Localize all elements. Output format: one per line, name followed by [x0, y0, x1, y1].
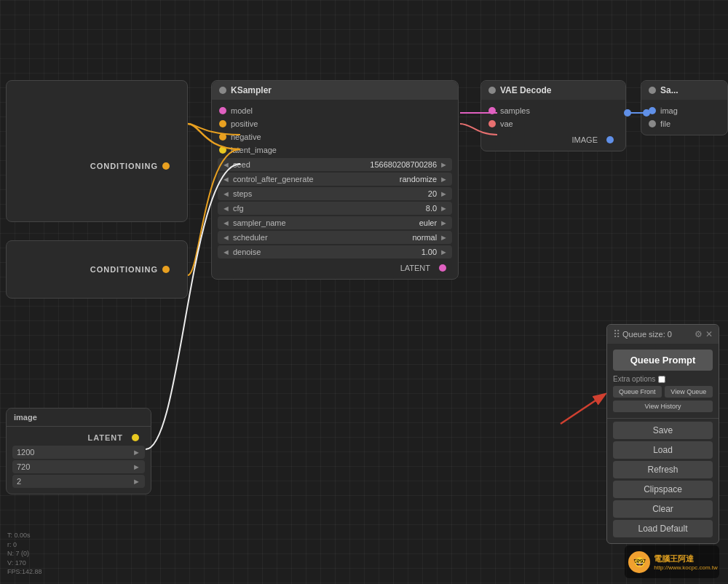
- latent-image-label: latent_image: [231, 146, 277, 154]
- vae-input-label: vae: [500, 119, 513, 128]
- vae-output-label: IMAGE: [572, 135, 598, 144]
- latent-batch-arrow[interactable]: ►: [132, 477, 141, 486]
- control-arrow-left[interactable]: ◄: [222, 175, 230, 184]
- vae-title: VAE Decode: [500, 85, 551, 95]
- model-label: model: [231, 106, 253, 115]
- extra-options-label: Extra options: [613, 375, 655, 383]
- view-history-button[interactable]: View History: [613, 400, 713, 412]
- ksampler-input-positive: positive: [212, 117, 458, 130]
- view-history-row: View History: [607, 399, 719, 415]
- scheduler-arrow-left[interactable]: ◄: [222, 233, 230, 242]
- close-icon[interactable]: ✕: [705, 329, 713, 339]
- scheduler-value: normal: [412, 233, 437, 242]
- vae-dot: [488, 87, 496, 94]
- latent-field-height[interactable]: 720 ►: [12, 460, 145, 473]
- ksampler-body: model positive negative latent_image ◄ s…: [212, 100, 458, 279]
- clipspace-button[interactable]: Clipspace: [613, 481, 713, 498]
- vae-decode-node: VAE Decode samples vae IMAGE: [480, 80, 626, 151]
- queue-prompt-button[interactable]: Queue Prompt: [613, 350, 713, 371]
- save-title: Sa...: [660, 85, 678, 95]
- ksampler-title: KSampler: [231, 85, 272, 95]
- latent-output-row: LATENT: [7, 431, 151, 444]
- control-arrow-right[interactable]: ►: [440, 175, 448, 184]
- extra-options-row: Extra options: [607, 374, 719, 384]
- status-n: N: 7 (0): [7, 549, 42, 559]
- denoise-value: 1.00: [422, 248, 437, 256]
- conditioning-top-output-port: [162, 162, 170, 170]
- status-bar: T: 0.00s r: 0 N: 7 (0) V: 170 FPS:142.88: [7, 531, 42, 577]
- seed-name: seed: [233, 160, 370, 169]
- status-v: V: 170: [7, 559, 42, 568]
- control-name: control_after_generate: [233, 175, 400, 184]
- view-queue-button[interactable]: View Queue: [665, 386, 713, 398]
- queue-panel: ⠿ Queue size: 0 ⚙ ✕ Queue Prompt Extra o…: [606, 324, 719, 544]
- latent-node: image LATENT 1200 ► 720 ► 2 ►: [6, 408, 151, 494]
- latent-header: image: [7, 409, 151, 427]
- conditioning-top-node: CONDITIONING: [6, 80, 188, 222]
- vae-port: [488, 120, 496, 127]
- vae-input-vae: vae: [481, 117, 625, 130]
- latent-field-batch[interactable]: 2 ►: [12, 475, 145, 488]
- model-port: [219, 107, 226, 114]
- save-button[interactable]: Save: [613, 422, 713, 439]
- vae-input-samples: samples: [481, 104, 625, 117]
- ksampler-field-steps[interactable]: ◄ steps 20 ►: [218, 187, 452, 200]
- conditioning-bottom-output-port: [162, 266, 170, 273]
- imag-port: [649, 107, 656, 114]
- arrow-indicator: [553, 387, 612, 431]
- queue-front-button[interactable]: Queue Front: [613, 386, 662, 398]
- status-t: T: 0.00s: [7, 531, 42, 540]
- ksampler-field-seed[interactable]: ◄ seed 156680208700286 ►: [218, 158, 452, 171]
- file-port: [649, 120, 656, 127]
- save-input-file: file: [641, 117, 727, 130]
- denoise-arrow-left[interactable]: ◄: [222, 248, 230, 256]
- watermark-title: 電腦王阿達: [654, 553, 718, 564]
- scheduler-arrow-right[interactable]: ►: [440, 233, 448, 242]
- seed-arrow-right[interactable]: ►: [440, 160, 448, 169]
- cfg-arrow-left[interactable]: ◄: [222, 204, 230, 213]
- vae-output-port: [606, 136, 614, 143]
- control-value: randomize: [400, 175, 437, 184]
- latent-output-label: LATENT: [87, 433, 123, 442]
- latent-body: LATENT 1200 ► 720 ► 2 ►: [7, 427, 151, 494]
- canvas: CONDITIONING CONDITIONING KSampler model…: [0, 0, 728, 584]
- vae-output-row: IMAGE: [481, 133, 625, 146]
- steps-name: steps: [233, 189, 428, 198]
- watermark: 🤓 電腦王阿達 http://www.kocpc.com.tw: [625, 545, 719, 578]
- ksampler-field-scheduler[interactable]: ◄ scheduler normal ►: [218, 231, 452, 244]
- steps-arrow-right[interactable]: ►: [440, 189, 448, 198]
- cfg-arrow-right[interactable]: ►: [440, 204, 448, 213]
- steps-arrow-left[interactable]: ◄: [222, 189, 230, 198]
- ksampler-output-row: LATENT: [212, 261, 458, 275]
- status-fps: FPS:142.88: [7, 567, 42, 577]
- vae-body: samples vae IMAGE: [481, 100, 625, 151]
- seed-arrow-left[interactable]: ◄: [222, 160, 230, 169]
- latent-width-arrow[interactable]: ►: [132, 448, 141, 457]
- denoise-arrow-right[interactable]: ►: [440, 248, 448, 256]
- extra-options-checkbox[interactable]: [658, 376, 665, 383]
- ksampler-field-control[interactable]: ◄ control_after_generate randomize ►: [218, 173, 452, 186]
- ksampler-field-denoise[interactable]: ◄ denoise 1.00 ►: [218, 245, 452, 259]
- latent-width-name: 1200: [17, 448, 132, 457]
- sampler-arrow-right[interactable]: ►: [440, 218, 448, 227]
- clear-button[interactable]: Clear: [613, 500, 713, 518]
- sampler-name: sampler_name: [233, 218, 419, 227]
- refresh-button[interactable]: Refresh: [613, 461, 713, 478]
- latent-field-width[interactable]: 1200 ►: [12, 446, 145, 459]
- sampler-arrow-left[interactable]: ◄: [222, 218, 230, 227]
- save-image-node: Sa... imag file: [641, 80, 728, 135]
- ksampler-header: KSampler: [212, 81, 458, 100]
- latent-label: image: [14, 413, 37, 422]
- steps-value: 20: [428, 189, 437, 198]
- sampler-value: euler: [419, 218, 437, 227]
- latent-height-arrow[interactable]: ►: [132, 462, 141, 471]
- ksampler-field-sampler[interactable]: ◄ sampler_name euler ►: [218, 216, 452, 229]
- ksampler-field-cfg[interactable]: ◄ cfg 8.0 ►: [218, 202, 452, 215]
- load-button[interactable]: Load: [613, 441, 713, 459]
- save-body: imag file: [641, 100, 727, 135]
- gear-icon[interactable]: ⚙: [695, 329, 703, 339]
- status-r: r: 0: [7, 540, 42, 550]
- watermark-text: 電腦王阿達 http://www.kocpc.com.tw: [654, 553, 718, 571]
- cfg-value: 8.0: [426, 204, 437, 213]
- load-default-button[interactable]: Load Default: [613, 520, 713, 537]
